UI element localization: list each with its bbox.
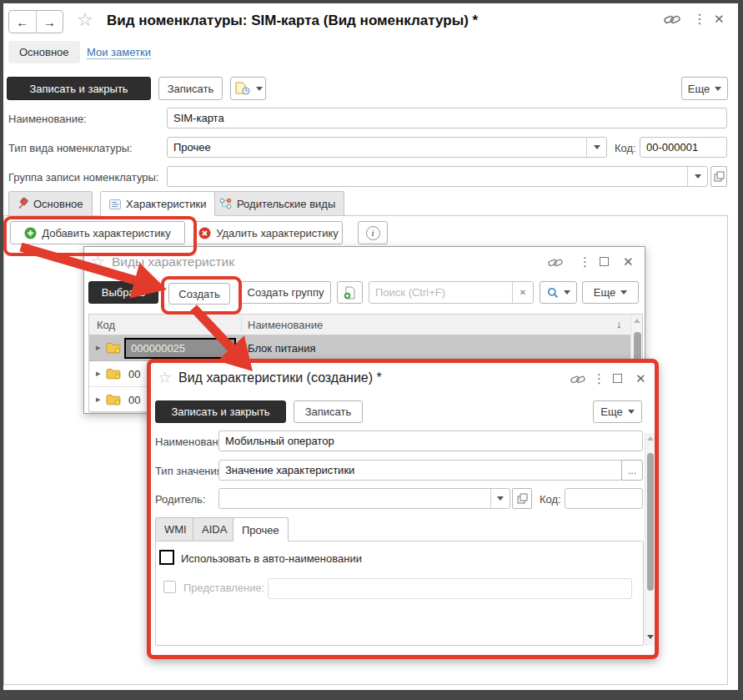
expand-caret-icon[interactable]: ▸	[96, 368, 101, 379]
dropdown-arrow-icon	[695, 174, 701, 179]
get-link-button[interactable]	[570, 374, 585, 389]
screenshot-root: ← → ☆ Вид номенклатуры: SIM-карта (Вид н…	[0, 0, 743, 700]
link-icon	[664, 13, 680, 26]
delete-characteristic-label: Удалить характеристику	[216, 227, 339, 239]
create-group-button[interactable]: Создать группу	[240, 281, 331, 304]
clear-icon: ✕	[520, 288, 526, 297]
tab-wmi-label: WMI	[164, 523, 187, 536]
window-menu-button[interactable]: ⋮	[579, 255, 591, 268]
value-type-field-value: Значение характеристики	[225, 464, 354, 476]
delete-characteristic-button[interactable]: Удалить характеристику	[194, 221, 343, 244]
scroll-down-icon[interactable]	[647, 635, 654, 639]
expand-caret-icon[interactable]: ▸	[96, 342, 101, 353]
tab-aida-label: AIDA	[202, 523, 227, 536]
dropdown-arrow-icon	[497, 496, 504, 501]
auto-naming-label: Использовать в авто-наименовании	[181, 552, 362, 565]
presentation-checkbox[interactable]	[163, 581, 176, 593]
type-field-value: Прочее	[173, 141, 211, 154]
code-field-value: 00-000001	[646, 141, 698, 154]
tab-characteristics[interactable]: Характеристики	[100, 191, 215, 216]
parent-field-dropdown-button[interactable]	[490, 489, 510, 508]
parent-field-combo[interactable]	[218, 488, 510, 509]
sort-direction-icon[interactable]: ↓	[616, 318, 622, 330]
window-menu-button[interactable]: ⋮	[693, 13, 706, 26]
search-button[interactable]	[540, 281, 577, 304]
type-field-combo[interactable]: Прочее	[167, 137, 607, 158]
scrollbar-thumb[interactable]	[647, 453, 654, 591]
more-button-create[interactable]: Еще	[593, 400, 642, 423]
group-field-open-button[interactable]	[710, 166, 727, 187]
dialog-create-characteristic: ☆ Вид характеристики (создание) * ⋮ ✕ За…	[147, 359, 659, 659]
name-field-input[interactable]: SIM-карта	[167, 108, 727, 128]
dialog-title: Виды характеристик	[112, 254, 234, 269]
column-header-name[interactable]: Наименование	[248, 319, 323, 331]
tab-wmi[interactable]: WMI	[155, 517, 196, 541]
get-link-button[interactable]	[548, 257, 563, 272]
table-header-row[interactable]: Код Наименование ↓	[89, 315, 642, 335]
forward-button[interactable]: →	[37, 11, 63, 33]
parent-field-open-button[interactable]	[512, 488, 532, 509]
table-row[interactable]: ▸ 000000025 Блок питания	[89, 335, 642, 361]
create-based-on-button[interactable]	[230, 77, 266, 100]
window-menu-button[interactable]: ⋮	[593, 372, 605, 385]
code-field-input[interactable]: 00-000001	[640, 137, 727, 158]
tab-main[interactable]: Основное	[8, 191, 93, 215]
window-close-button[interactable]: ✕	[714, 13, 725, 25]
back-button[interactable]: ←	[9, 11, 37, 33]
get-link-button[interactable]	[664, 13, 680, 29]
save-close-button[interactable]: Записать и закрыть	[155, 400, 286, 423]
name-field-input[interactable]: Мобильный оператор	[218, 431, 643, 451]
value-type-choose-button[interactable]: ...	[621, 460, 643, 481]
column-header-code[interactable]: Код	[97, 319, 115, 331]
auto-naming-checkbox[interactable]	[159, 550, 174, 565]
name-field-value: Мобильный оператор	[225, 435, 334, 447]
code-field-input[interactable]	[565, 488, 643, 509]
dialog-title: Вид характеристики (создание) *	[178, 370, 382, 385]
table-cell-name[interactable]: Блок питания	[248, 342, 315, 355]
favorite-star-icon[interactable]: ☆	[77, 9, 93, 31]
nav-section-main[interactable]: Основное	[8, 41, 80, 63]
window-frame-right	[738, 0, 743, 700]
expand-caret-icon[interactable]: ▸	[96, 394, 101, 405]
window-close-button[interactable]: ✕	[635, 372, 646, 385]
info-button[interactable]: i	[358, 221, 388, 244]
folder-icon	[106, 368, 121, 380]
nav-link-notes[interactable]: Мои заметки	[87, 46, 151, 59]
more-button-main[interactable]: Еще	[681, 77, 728, 100]
group-field-combo[interactable]	[167, 166, 708, 187]
maximize-button[interactable]	[600, 257, 609, 266]
save-close-button[interactable]: Записать и закрыть	[7, 77, 151, 100]
save-button[interactable]: Записать	[158, 77, 223, 100]
tab-aida[interactable]: AIDA	[193, 517, 236, 541]
table-cell-code[interactable]: 00	[128, 394, 140, 406]
window-title: Вид номенклатуры: SIM-карта (Вид номенкл…	[107, 13, 478, 29]
maximize-button[interactable]	[613, 374, 622, 383]
tab-other-label: Прочее	[242, 524, 279, 536]
search-input[interactable]: Поиск (Ctrl+F) ✕	[369, 281, 534, 304]
value-type-field-input[interactable]: Значение характеристики	[218, 460, 622, 481]
table-cell-code[interactable]: 00	[128, 368, 140, 380]
select-button[interactable]: Выбрать	[88, 281, 158, 304]
search-clear-button[interactable]: ✕	[512, 282, 533, 303]
window-close-button[interactable]: ✕	[623, 255, 634, 268]
scroll-up-icon[interactable]	[647, 436, 654, 441]
more-button-kinds[interactable]: Еще	[582, 281, 639, 304]
save-button[interactable]: Записать	[294, 400, 363, 423]
delete-icon	[198, 227, 211, 239]
create-button[interactable]: Создать	[168, 283, 230, 305]
value-type-field-label: Тип значения:	[155, 465, 225, 477]
add-characteristic-button[interactable]: Добавить характеристику	[10, 221, 185, 244]
open-icon	[714, 171, 725, 182]
tab-other[interactable]: Прочее	[233, 517, 289, 541]
dropdown-arrow-icon	[715, 87, 721, 91]
type-field-dropdown-button[interactable]	[586, 138, 606, 157]
new-item-button[interactable]	[337, 281, 363, 304]
favorite-star-icon[interactable]: ☆	[91, 252, 105, 271]
table-cell-code-focused[interactable]: 000000025	[124, 338, 236, 359]
tab-parent-kinds[interactable]: Родительские виды	[210, 191, 344, 215]
list-icon	[109, 199, 121, 210]
group-field-dropdown-button[interactable]	[687, 167, 707, 186]
favorite-star-icon[interactable]: ☆	[158, 368, 172, 387]
scroll-up-icon[interactable]	[634, 319, 640, 323]
column-divider[interactable]	[241, 317, 242, 333]
